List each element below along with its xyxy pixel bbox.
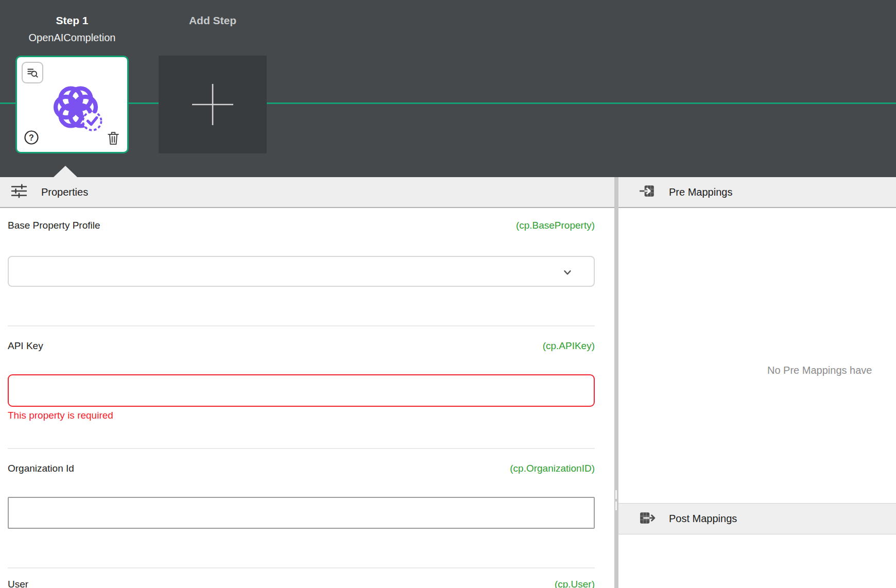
step-title: Step 1: [15, 14, 129, 27]
api-key-error-message: This property is required: [8, 410, 113, 421]
add-step-label: Add Step: [159, 14, 267, 27]
document-search-icon: [26, 66, 39, 79]
field-label: API Key: [8, 340, 43, 352]
field-code: (cp.BaseProperty): [516, 220, 595, 231]
app-window: Step 1 OpenAICompletion Add Step: [0, 0, 896, 588]
svg-text:?: ?: [29, 133, 34, 142]
step-delete-button[interactable]: [106, 129, 121, 147]
field-row-organization-id: Organization Id (cp.OrganizationID): [8, 463, 595, 474]
properties-title: Properties: [41, 186, 88, 198]
panel-splitter[interactable]: [614, 177, 618, 588]
field-code: (cp.APIKey): [543, 340, 595, 352]
plus-icon: [187, 79, 238, 130]
properties-header: Properties: [0, 177, 614, 208]
post-mappings-header: Post Mappings: [618, 503, 896, 534]
step-preview-button[interactable]: [22, 62, 43, 83]
field-divider: [8, 325, 595, 326]
api-key-input[interactable]: [8, 374, 595, 407]
field-code: (cp.OrganizationID): [510, 463, 595, 474]
field-row-base-property-profile: Base Property Profile (cp.BaseProperty): [8, 220, 595, 231]
field-label: Base Property Profile: [8, 220, 100, 231]
step-card-openai-completion[interactable]: ?: [15, 56, 129, 153]
import-arrow-box-icon: [639, 184, 656, 200]
base-property-profile-dropdown[interactable]: [8, 256, 595, 287]
field-row-user: User (cp.User): [8, 579, 595, 588]
field-label: Organization Id: [8, 463, 74, 474]
properties-panel: Base Property Profile (cp.BaseProperty) …: [0, 209, 614, 588]
step-subtitle: OpenAICompletion: [5, 32, 139, 44]
post-mappings-title: Post Mappings: [669, 513, 737, 525]
question-icon: ?: [24, 130, 39, 145]
export-arrow-box-icon: [639, 511, 656, 527]
add-step-button[interactable]: [159, 56, 267, 153]
field-label: User: [8, 579, 28, 588]
field-row-api-key: API Key (cp.APIKey): [8, 340, 595, 352]
pre-mappings-empty-message: No Pre Mappings have: [767, 365, 872, 376]
splitter-grip: [615, 501, 617, 510]
sliders-icon: [10, 183, 28, 201]
flow-connector-line: [0, 102, 896, 104]
field-code: (cp.User): [555, 579, 595, 588]
openai-logo-icon: [45, 77, 106, 137]
field-divider: [8, 567, 595, 568]
trash-icon: [107, 130, 120, 146]
pre-mappings-header: Pre Mappings: [618, 177, 896, 208]
step-help-button[interactable]: ?: [23, 129, 40, 146]
chevron-down-icon: [561, 266, 574, 281]
organization-id-input[interactable]: [8, 497, 595, 529]
field-divider: [8, 448, 595, 449]
splitter-grip: [615, 490, 617, 499]
pre-mappings-title: Pre Mappings: [669, 186, 732, 198]
workflow-canvas: Step 1 OpenAICompletion Add Step: [0, 0, 896, 177]
selected-step-pointer: [54, 166, 77, 177]
